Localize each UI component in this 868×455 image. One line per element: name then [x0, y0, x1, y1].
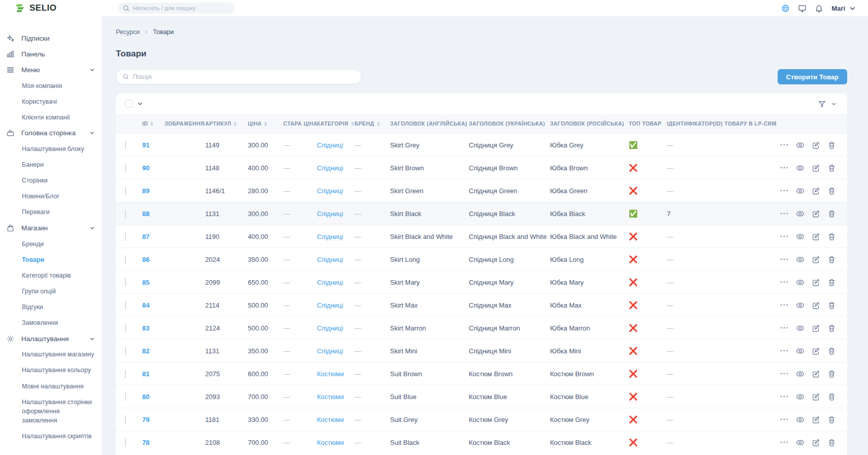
sidebar-subitem-Переваги[interactable]: Переваги	[22, 204, 95, 220]
delete-trash-icon[interactable]	[827, 415, 836, 424]
product-category-link[interactable]: Спідниці	[317, 324, 343, 332]
sidebar-subitem-Новини/Блог[interactable]: Новини/Блог	[22, 189, 95, 204]
row-menu-icon[interactable]: ⋯	[780, 325, 789, 330]
product-id-link[interactable]: 79	[142, 416, 149, 423]
row-menu-icon[interactable]: ⋯	[780, 417, 789, 422]
product-category-link[interactable]: Костюми	[317, 416, 344, 423]
sidebar-subitem-Налаштування магазину[interactable]: Налаштування магазину	[22, 347, 95, 362]
sidebar-subitem-Категорії товарів[interactable]: Категорії товарів	[22, 267, 95, 283]
filter-funnel-icon[interactable]	[818, 100, 826, 108]
sidebar-subitem-Відгуки[interactable]: Відгуки	[22, 299, 95, 315]
view-eye-icon[interactable]	[796, 415, 805, 424]
product-category-link[interactable]: Спідниці	[317, 210, 343, 218]
product-id-link[interactable]: 84	[142, 301, 149, 309]
row-checkbox[interactable]	[125, 370, 126, 378]
view-eye-icon[interactable]	[796, 209, 805, 218]
delete-trash-icon[interactable]	[827, 438, 836, 447]
row-menu-icon[interactable]: ⋯	[780, 188, 789, 193]
delete-trash-icon[interactable]	[827, 255, 836, 264]
row-menu-icon[interactable]: ⋯	[780, 165, 789, 170]
row-checkbox[interactable]	[125, 438, 126, 447]
delete-trash-icon[interactable]	[827, 278, 836, 287]
view-eye-icon[interactable]	[796, 187, 805, 195]
sort-arrows-icon[interactable]	[351, 122, 354, 126]
language-globe-icon[interactable]	[781, 4, 790, 13]
row-checkbox[interactable]	[125, 278, 126, 287]
sidebar-subitem-Налаштування скриптів[interactable]: Налаштування скриптів	[22, 429, 95, 444]
view-eye-icon[interactable]	[796, 141, 805, 149]
edit-pencil-icon[interactable]	[812, 438, 820, 447]
view-eye-icon[interactable]	[796, 347, 805, 355]
product-category-link[interactable]: Спідниці	[317, 187, 343, 195]
view-eye-icon[interactable]	[796, 370, 805, 378]
edit-pencil-icon[interactable]	[812, 232, 820, 241]
sort-arrows-icon[interactable]	[377, 122, 380, 126]
sidebar-item-Головна сторінка[interactable]: Головна сторінка	[5, 125, 95, 141]
row-menu-icon[interactable]: ⋯	[780, 348, 789, 353]
row-checkbox[interactable]	[125, 209, 126, 218]
create-product-button[interactable]: Створити Товар	[778, 69, 847, 84]
row-menu-icon[interactable]: ⋯	[780, 280, 789, 285]
product-category-link[interactable]: Костюми	[317, 393, 344, 401]
view-eye-icon[interactable]	[796, 324, 805, 332]
product-id-link[interactable]: 83	[142, 324, 149, 332]
row-menu-icon[interactable]: ⋯	[780, 257, 789, 262]
column-header[interactable]: КАТЕГОРІЯ	[317, 120, 355, 127]
sort-arrows-icon[interactable]	[234, 122, 237, 126]
sidebar-item-Підписки[interactable]: Підписки	[5, 31, 95, 46]
select-options-chevron-icon[interactable]	[137, 100, 144, 107]
row-checkbox[interactable]	[125, 232, 126, 241]
row-menu-icon[interactable]: ⋯	[780, 302, 789, 308]
sidebar-subitem-Бренди[interactable]: Бренди	[22, 236, 95, 252]
product-id-link[interactable]: 88	[142, 210, 149, 218]
sidebar-subitem-Користувачі[interactable]: Користувачі	[22, 94, 95, 109]
product-category-link[interactable]: Спідниці	[317, 141, 343, 149]
product-category-link[interactable]: Спідниці	[317, 347, 343, 355]
sort-arrows-icon[interactable]	[264, 122, 267, 126]
delete-trash-icon[interactable]	[827, 301, 836, 310]
product-category-link[interactable]: Спідниці	[317, 279, 343, 286]
product-id-link[interactable]: 78	[142, 439, 149, 446]
delete-trash-icon[interactable]	[827, 232, 836, 241]
notifications-bell-icon[interactable]	[815, 4, 823, 13]
row-menu-icon[interactable]: ⋯	[780, 394, 789, 399]
product-id-link[interactable]: 89	[142, 187, 149, 195]
row-checkbox[interactable]	[125, 164, 126, 172]
product-category-link[interactable]: Спідниці	[317, 233, 343, 240]
edit-pencil-icon[interactable]	[812, 301, 820, 310]
product-id-link[interactable]: 91	[142, 141, 149, 149]
product-id-link[interactable]: 90	[142, 164, 149, 172]
view-eye-icon[interactable]	[796, 164, 805, 172]
edit-pencil-icon[interactable]	[812, 347, 820, 355]
sidebar-subitem-Товари[interactable]: Товари	[22, 252, 95, 267]
sidebar-item-Налаштування[interactable]: Налаштування	[5, 331, 95, 347]
sidebar-subitem-Сторінки[interactable]: Сторінки	[22, 173, 95, 189]
view-eye-icon[interactable]	[796, 232, 805, 241]
product-id-link[interactable]: 82	[142, 347, 149, 355]
global-search[interactable]	[118, 3, 235, 14]
column-header[interactable]: ID	[142, 120, 165, 127]
row-checkbox[interactable]	[125, 141, 126, 149]
row-menu-icon[interactable]: ⋯	[780, 440, 789, 445]
view-eye-icon[interactable]	[796, 301, 805, 310]
sidebar-subitem-Замовлення[interactable]: Замовлення	[22, 315, 95, 331]
product-category-link[interactable]: Спідниці	[317, 301, 343, 309]
column-header[interactable]: ЦІНА	[248, 120, 283, 127]
sidebar-subitem-Налаштування сторінки оформлення замовлення[interactable]: Налаштування сторінки оформлення замовле…	[22, 394, 95, 428]
edit-pencil-icon[interactable]	[812, 141, 820, 149]
product-id-link[interactable]: 86	[142, 256, 149, 263]
sidebar-subitem-Налаштування кольору[interactable]: Налаштування кольору	[22, 362, 95, 378]
breadcrumb-item[interactable]: Ресурси	[116, 28, 140, 36]
column-header[interactable]: АРТИКУЛ	[205, 120, 248, 127]
edit-pencil-icon[interactable]	[812, 187, 820, 195]
edit-pencil-icon[interactable]	[812, 415, 820, 424]
delete-trash-icon[interactable]	[827, 347, 836, 355]
delete-trash-icon[interactable]	[827, 370, 836, 378]
edit-pencil-icon[interactable]	[812, 164, 820, 172]
sidebar-subitem-Групи опцій[interactable]: Групи опцій	[22, 283, 95, 299]
product-category-link[interactable]: Спідниці	[317, 164, 343, 172]
table-search-input[interactable]	[133, 73, 355, 80]
table-search[interactable]	[116, 69, 362, 84]
row-checkbox[interactable]	[125, 347, 126, 355]
view-eye-icon[interactable]	[796, 392, 805, 401]
